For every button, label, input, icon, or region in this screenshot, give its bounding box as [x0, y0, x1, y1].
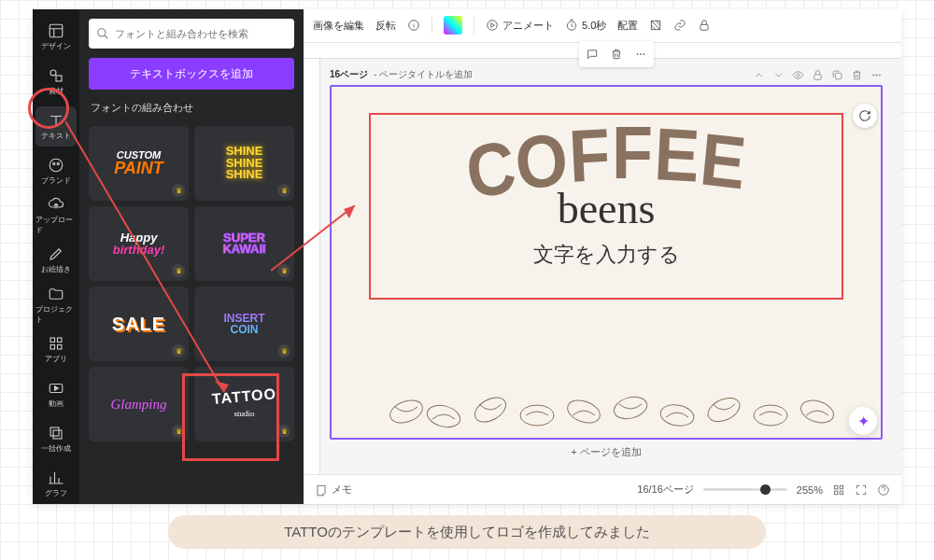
premium-icon: ♛: [277, 344, 290, 357]
page-header: 16ページ - ページタイトルを追加: [330, 68, 883, 81]
svg-point-34: [798, 397, 836, 427]
svg-rect-38: [840, 491, 843, 495]
combo-birthday[interactable]: Happybirthday!♛: [89, 206, 189, 281]
svg-rect-18: [700, 25, 708, 31]
duplicate-icon[interactable]: [831, 69, 843, 81]
premium-icon: ♛: [172, 425, 185, 438]
svg-point-40: [637, 53, 639, 55]
more-icon[interactable]: [870, 69, 883, 81]
svg-rect-20: [814, 75, 822, 79]
svg-point-42: [644, 53, 645, 55]
main-area: 画像を編集 反転 アニメート 5.0秒 配置 16ページ - ページタイトルを追…: [304, 9, 901, 504]
info-icon[interactable]: [407, 19, 420, 32]
svg-point-15: [488, 21, 498, 31]
premium-icon: ♛: [172, 184, 185, 197]
svg-point-22: [872, 75, 874, 77]
context-toolbar: 画像を編集 反転 アニメート 5.0秒 配置: [304, 9, 901, 43]
notes-button[interactable]: メモ: [315, 483, 352, 497]
lock-icon[interactable]: [698, 19, 711, 32]
flip-button[interactable]: 反転: [375, 19, 396, 33]
rail-chart[interactable]: グラフ: [35, 463, 77, 504]
rail-video[interactable]: 動画: [35, 374, 77, 415]
svg-point-3: [50, 159, 63, 172]
rail-apps[interactable]: アプリ: [35, 329, 77, 371]
add-textbox-button[interactable]: テキストボックスを追加: [89, 58, 294, 90]
link-icon[interactable]: [673, 19, 686, 32]
search-icon: [96, 27, 109, 40]
svg-point-29: [564, 397, 602, 427]
text-panel: テキストボックスを追加 フォントの組み合わせ CUSTOMPAINT♛ SHIN…: [79, 9, 304, 504]
design-canvas[interactable]: COFFEE beens 文字を入力する: [330, 85, 883, 440]
svg-rect-6: [50, 338, 55, 343]
combo-custom-paint[interactable]: CUSTOMPAINT♛: [89, 126, 189, 201]
rail-draw[interactable]: お絵描き: [35, 240, 77, 281]
animate-button[interactable]: アニメート: [486, 19, 554, 33]
chevron-up-icon[interactable]: [753, 69, 765, 81]
font-combo-heading: フォントの組み合わせ: [89, 99, 294, 117]
rail-bulk[interactable]: 一括作成: [35, 418, 77, 459]
rail-projects[interactable]: プロジェクト: [35, 285, 77, 326]
tutorial-caption: TATTOのテンプレートを使用してロゴを作成してみました: [168, 515, 766, 549]
svg-rect-35: [834, 485, 838, 489]
svg-rect-11: [50, 427, 59, 436]
svg-point-19: [797, 74, 800, 77]
font-combo-grid: CUSTOMPAINT♛ SHINE SHINE SHINE♛ Happybir…: [89, 126, 294, 441]
svg-rect-37: [834, 491, 838, 495]
combo-glamping[interactable]: Glamping♛: [89, 367, 189, 441]
edit-image-button[interactable]: 画像を編集: [313, 19, 364, 33]
element-more-icon[interactable]: [630, 44, 651, 64]
page-title-input[interactable]: - ページタイトルを追加: [374, 68, 473, 81]
svg-rect-8: [50, 345, 55, 350]
comment-icon[interactable]: [582, 44, 602, 64]
svg-rect-7: [58, 338, 63, 343]
position-button[interactable]: 配置: [617, 19, 638, 33]
transparency-icon[interactable]: [649, 19, 662, 32]
chevron-down-icon[interactable]: [772, 69, 785, 81]
svg-point-26: [425, 402, 462, 430]
svg-point-33: [754, 405, 787, 426]
coffee-heading[interactable]: COFFEE: [464, 111, 748, 197]
rail-elements[interactable]: 素材: [35, 62, 77, 103]
premium-icon: ♛: [277, 184, 290, 197]
coffee-beans-illustration: [350, 374, 873, 430]
help-icon[interactable]: [877, 483, 890, 497]
floating-element-toolbar: [579, 41, 654, 67]
svg-rect-12: [53, 430, 62, 439]
premium-icon: ♛: [277, 264, 290, 277]
side-rail: デザイン 素材 テキスト ブランド アップロード お絵描き プロジェクト アプリ…: [33, 9, 79, 504]
svg-rect-36: [840, 485, 843, 489]
premium-icon: ♛: [277, 425, 290, 438]
timing-button[interactable]: 5.0秒: [565, 19, 606, 33]
delete-icon[interactable]: [851, 69, 863, 81]
font-search-input[interactable]: [115, 28, 287, 39]
premium-icon: ♛: [172, 264, 185, 277]
svg-point-41: [640, 53, 642, 55]
editor-footer: メモ 16/16ページ 255%: [304, 474, 901, 504]
svg-rect-0: [50, 25, 63, 38]
color-picker[interactable]: [444, 16, 462, 35]
hide-icon[interactable]: [792, 69, 804, 81]
svg-point-30: [612, 394, 649, 423]
fullscreen-icon[interactable]: [855, 483, 868, 497]
combo-tattoo[interactable]: TATTOOstudio♛: [194, 367, 294, 441]
combo-kawaii[interactable]: SUPER KAWAII♛: [194, 206, 294, 281]
combo-insert-coin[interactable]: INSERT COIN♛: [194, 287, 294, 361]
rail-brand[interactable]: ブランド: [35, 150, 77, 191]
grid-view-icon[interactable]: [832, 483, 845, 497]
svg-point-4: [53, 162, 55, 164]
svg-rect-9: [58, 345, 63, 350]
combo-sale[interactable]: SALE♛: [89, 287, 189, 361]
add-page-button[interactable]: + ページを追加: [330, 440, 883, 465]
rail-upload[interactable]: アップロード: [35, 195, 77, 236]
rail-text[interactable]: テキスト: [35, 106, 77, 147]
lock-page-icon[interactable]: [812, 69, 824, 81]
zoom-slider[interactable]: [703, 488, 787, 491]
rail-design[interactable]: デザイン: [35, 17, 77, 58]
zoom-value: 255%: [797, 484, 823, 496]
svg-rect-2: [56, 76, 62, 81]
font-search[interactable]: [89, 19, 294, 49]
svg-point-13: [98, 29, 106, 36]
svg-point-31: [658, 402, 695, 428]
combo-shine[interactable]: SHINE SHINE SHINE♛: [194, 126, 294, 201]
delete-element-icon[interactable]: [606, 44, 627, 64]
